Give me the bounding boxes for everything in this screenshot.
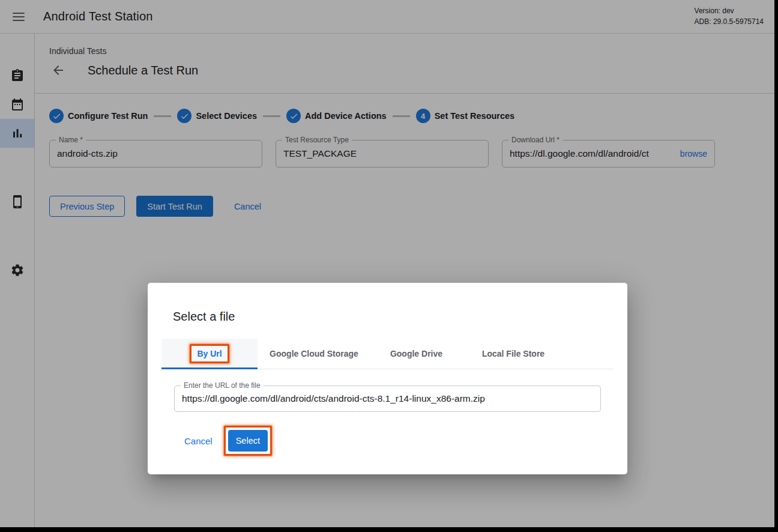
select-file-dialog: Select a file By Url Google Cloud Storag…	[148, 283, 627, 474]
file-source-tabs: By Url Google Cloud Storage Google Drive…	[161, 339, 614, 369]
tab-local-file-store[interactable]: Local File Store	[462, 339, 564, 369]
tab-label: Google Cloud Storage	[270, 349, 358, 358]
tab-label: Google Drive	[390, 349, 442, 358]
tab-google-cloud-storage[interactable]: Google Cloud Storage	[258, 339, 370, 369]
dialog-cancel-button[interactable]: Cancel	[184, 436, 213, 446]
screen-frame: Android Test Station Version: dev ADB: 2…	[0, 0, 778, 532]
dialog-actions: Cancel Select	[184, 426, 627, 456]
active-tab-ink-bar	[161, 367, 258, 369]
tab-label: By Url	[197, 349, 222, 358]
annotation-box-by-url: By Url	[190, 344, 229, 363]
tab-label: Local File Store	[482, 349, 544, 358]
file-url-input[interactable]	[182, 393, 593, 404]
url-field-container: Enter the URL of the file	[174, 385, 601, 412]
dialog-title: Select a file	[173, 310, 627, 324]
tab-google-drive[interactable]: Google Drive	[370, 339, 462, 369]
annotation-box-select: Select	[224, 426, 272, 456]
tab-by-url[interactable]: By Url	[161, 339, 258, 369]
url-field-label: Enter the URL of the file	[181, 381, 264, 390]
dialog-select-button[interactable]: Select	[228, 430, 268, 452]
